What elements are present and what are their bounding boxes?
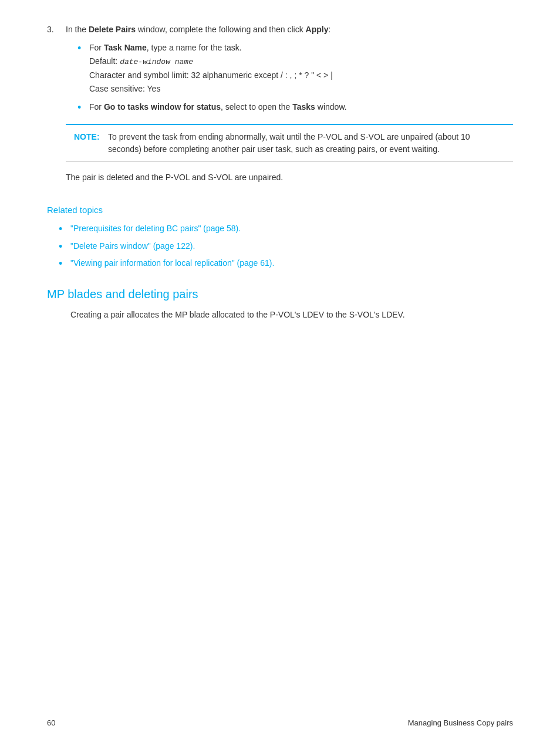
bullet-dot-1: • bbox=[77, 42, 83, 95]
delete-pairs-bold: Delete Pairs bbox=[89, 25, 136, 34]
related-bullet-dot-2: • bbox=[59, 240, 65, 254]
related-link-1[interactable]: "Prerequisites for deleting BC pairs" (p… bbox=[70, 222, 241, 236]
bullet-goto-tasks-label: For Go to tasks window for status, selec… bbox=[89, 102, 347, 112]
result-text: The pair is deleted and the P-VOL and S-… bbox=[66, 171, 513, 184]
step-3-bullets: • For Task Name, type a name for the tas… bbox=[77, 42, 513, 114]
bullet-task-name-content: For Task Name, type a name for the task.… bbox=[89, 42, 513, 95]
char-limit-line: Character and symbol limit: 32 alphanume… bbox=[89, 69, 513, 82]
step-3-container: 3. In the Delete Pairs window, complete … bbox=[47, 23, 513, 194]
related-link-3[interactable]: "Viewing pair information for local repl… bbox=[70, 257, 274, 271]
related-bullet-dot-3: • bbox=[59, 257, 65, 271]
step-number-label: 3. bbox=[47, 23, 59, 194]
bullet-dot-2: • bbox=[77, 101, 83, 114]
default-line: Default: date-window name bbox=[89, 55, 513, 68]
case-sensitive-line: Case sensitive: Yes bbox=[89, 83, 513, 95]
bullet-goto-tasks: • For Go to tasks window for status, sel… bbox=[77, 101, 513, 114]
related-topics-list: • "Prerequisites for deleting BC pairs" … bbox=[59, 222, 513, 271]
mp-section: MP blades and deleting pairs Creating a … bbox=[47, 285, 513, 321]
bullet-task-name: • For Task Name, type a name for the tas… bbox=[77, 42, 513, 95]
goto-tasks-bold: Go to tasks window for status bbox=[104, 102, 221, 112]
tasks-bold: Tasks bbox=[292, 102, 315, 112]
related-topics-heading: Related topics bbox=[47, 204, 513, 217]
related-bullet-dot-1: • bbox=[59, 222, 65, 236]
related-link-item-2: • "Delete Pairs window" (page 122). bbox=[59, 240, 513, 254]
related-link-2[interactable]: "Delete Pairs window" (page 122). bbox=[70, 240, 195, 254]
note-text: To prevent the task from ending abnormal… bbox=[108, 131, 505, 156]
related-link-item-1: • "Prerequisites for deleting BC pairs" … bbox=[59, 222, 513, 236]
page: 3. In the Delete Pairs window, complete … bbox=[0, 0, 560, 746]
note-label: NOTE: bbox=[74, 131, 102, 156]
mp-section-body: Creating a pair allocates the MP blade a… bbox=[70, 309, 513, 321]
step-3-row: 3. In the Delete Pairs window, complete … bbox=[47, 23, 513, 194]
apply-bold: Apply bbox=[306, 25, 329, 34]
related-topics-section: Related topics • "Prerequisites for dele… bbox=[47, 204, 513, 271]
bullet-task-name-label: For Task Name, type a name for the task. bbox=[89, 43, 242, 52]
footer-page-number: 60 bbox=[47, 717, 55, 729]
note-box: NOTE: To prevent the task from ending ab… bbox=[66, 124, 513, 162]
default-value: date-window name bbox=[120, 58, 193, 66]
bullet-goto-tasks-content: For Go to tasks window for status, selec… bbox=[89, 101, 513, 114]
step-3-content: In the Delete Pairs window, complete the… bbox=[66, 23, 513, 194]
mp-section-heading: MP blades and deleting pairs bbox=[47, 285, 513, 303]
footer-section-label: Managing Business Copy pairs bbox=[408, 717, 513, 729]
task-name-bold: Task Name bbox=[104, 43, 147, 52]
step-3-intro: In the Delete Pairs window, complete the… bbox=[66, 23, 513, 36]
page-footer: 60 Managing Business Copy pairs bbox=[47, 717, 513, 729]
related-link-item-3: • "Viewing pair information for local re… bbox=[59, 257, 513, 271]
